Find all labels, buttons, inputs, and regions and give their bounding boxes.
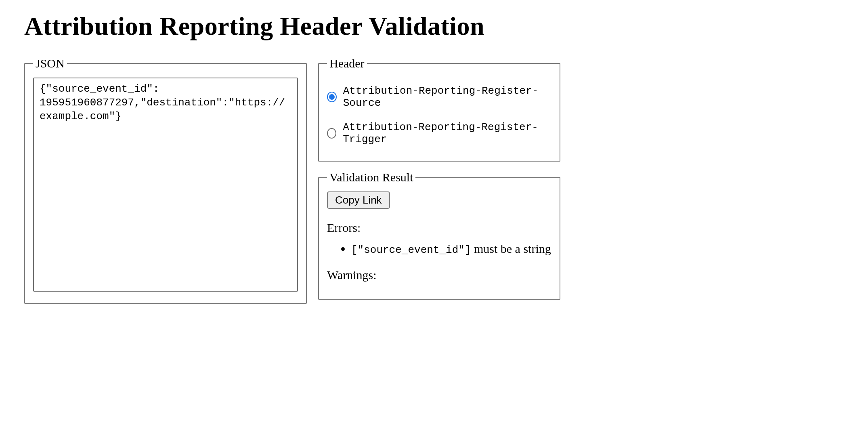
warnings-heading: Warnings: — [327, 268, 551, 282]
header-option-source[interactable]: Attribution-Reporting-Register-Source — [327, 85, 551, 109]
radio-label: Attribution-Reporting-Register-Source — [343, 85, 551, 109]
copy-link-button[interactable]: Copy Link — [327, 191, 390, 209]
page-title: Attribution Reporting Header Validation — [24, 11, 844, 41]
header-fieldset: Header Attribution-Reporting-Register-So… — [318, 57, 560, 162]
errors-heading: Errors: — [327, 221, 551, 235]
radio-label: Attribution-Reporting-Register-Trigger — [343, 121, 551, 145]
validation-result-fieldset: Validation Result Copy Link Errors: ["so… — [318, 170, 560, 300]
error-path: ["source_event_id"] — [351, 244, 471, 256]
validation-result-legend: Validation Result — [327, 170, 415, 184]
radio-icon[interactable] — [327, 92, 337, 102]
header-option-trigger[interactable]: Attribution-Reporting-Register-Trigger — [327, 121, 551, 145]
json-column: JSON — [24, 57, 307, 313]
header-legend: Header — [327, 57, 367, 70]
json-legend: JSON — [33, 57, 67, 70]
error-item: ["source_event_id"] must be a string — [351, 242, 551, 256]
right-column: Header Attribution-Reporting-Register-So… — [318, 57, 560, 309]
json-input[interactable] — [33, 78, 298, 292]
error-message: must be a string — [474, 242, 551, 255]
errors-list: ["source_event_id"] must be a string — [327, 242, 551, 256]
radio-icon[interactable] — [327, 128, 336, 139]
main-columns: JSON Header Attribution-Reporting-Regist… — [24, 57, 844, 313]
json-fieldset: JSON — [24, 57, 307, 304]
